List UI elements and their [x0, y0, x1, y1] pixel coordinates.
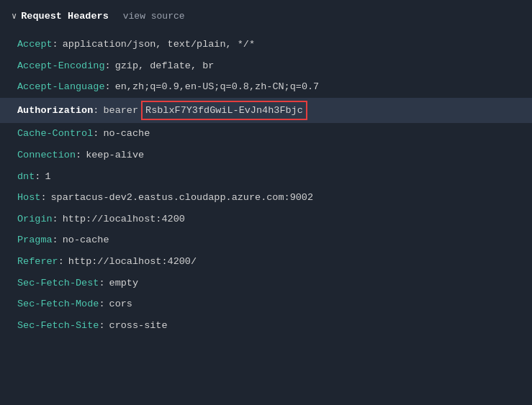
header-key: Sec-Fetch-Mode: [17, 296, 99, 312]
key-value-separator: :: [99, 276, 104, 291]
header-key: Pragma: [17, 232, 53, 248]
table-row: Authorization:bearer RsblxF7Y3fdGwiL-EvJ…: [0, 98, 532, 124]
auth-token: RsblxF7Y3fdGwiL-EvJn4h3Fbjc: [141, 101, 307, 121]
header-value: http://localhost:4200/: [68, 254, 197, 270]
table-row: Cache-Control: no-cache: [0, 123, 532, 145]
key-value-separator: :: [40, 190, 46, 206]
table-row: Origin: http://localhost:4200: [0, 209, 532, 230]
header-value: cors: [109, 296, 132, 312]
key-value-separator: :: [93, 126, 99, 142]
table-row: Referer: http://localhost:4200/: [0, 251, 532, 273]
header-key: Cache-Control: [17, 126, 93, 142]
key-value-separator: :: [105, 79, 111, 95]
header-value: no-cache: [103, 126, 150, 142]
table-row: Sec-Fetch-Site: cross-site: [0, 315, 532, 337]
header-key: dnt: [17, 169, 35, 185]
key-value-separator: :: [99, 318, 104, 334]
table-row: Host: spartacus-dev2.eastus.cloudapp.azu…: [0, 187, 532, 209]
header-key: Connection: [17, 147, 76, 163]
header-value: cross-site: [109, 318, 168, 334]
header-key: Origin: [17, 211, 53, 227]
key-value-separator: :: [53, 211, 58, 227]
header-key: Referer: [17, 254, 58, 270]
key-value-separator: :: [58, 254, 64, 270]
table-row: Connection: keep-alive: [0, 145, 532, 166]
table-row: Accept-Encoding: gzip, deflate, br: [0, 55, 532, 77]
panel-title: Request Headers: [21, 11, 109, 22]
header-key: Authorization: [17, 103, 93, 119]
table-row: Sec-Fetch-Mode: cors: [0, 293, 532, 315]
key-value-separator: :: [53, 37, 58, 53]
table-row: Accept: application/json, text/plain, */…: [0, 34, 532, 55]
header-key: Sec-Fetch-Dest: [17, 276, 99, 291]
header-key: Accept-Language: [17, 79, 105, 95]
header-value: keep-alive: [86, 147, 144, 163]
header-value: spartacus-dev2.eastus.cloudapp.azure.com…: [51, 190, 314, 206]
key-value-separator: :: [99, 296, 104, 312]
table-row: Accept-Language: en,zh;q=0.9,en-US;q=0.8…: [0, 76, 532, 98]
request-headers-panel: ∨ Request Headers view source Accept: ap…: [0, 0, 532, 405]
key-value-separator: :: [93, 103, 99, 119]
table-row: dnt: 1: [0, 166, 532, 188]
header-key: Host: [17, 190, 40, 206]
header-value: application/json, text/plain, */*: [63, 37, 255, 53]
collapse-chevron[interactable]: ∨: [12, 11, 17, 22]
panel-header: ∨ Request Headers view source: [0, 0, 532, 32]
header-value: empty: [109, 276, 139, 291]
header-key: Sec-Fetch-Site: [17, 318, 99, 334]
header-key: Accept: [17, 37, 53, 53]
table-row: Sec-Fetch-Dest: empty: [0, 273, 532, 294]
header-value: no-cache: [63, 232, 109, 248]
header-value: 1: [45, 169, 50, 185]
key-value-separator: :: [53, 232, 58, 248]
key-value-separator: :: [35, 169, 40, 185]
headers-content: Accept: application/json, text/plain, */…: [0, 32, 532, 337]
key-value-separator: :: [76, 147, 81, 163]
header-key: Accept-Encoding: [17, 58, 105, 74]
table-row: Pragma: no-cache: [0, 229, 532, 251]
header-value: http://localhost:4200: [63, 211, 185, 227]
header-value: gzip, deflate, br: [115, 58, 215, 74]
key-value-separator: :: [105, 58, 111, 74]
bearer-prefix: bearer: [103, 103, 138, 119]
view-source-button[interactable]: view source: [123, 11, 185, 22]
header-value: en,zh;q=0.9,en-US;q=0.8,zh-CN;q=0.7: [115, 79, 320, 95]
